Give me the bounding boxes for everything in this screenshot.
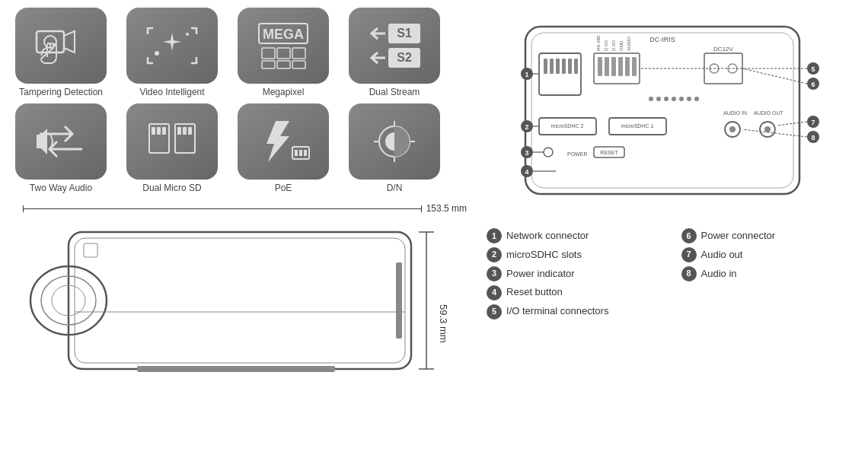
svg-text:1: 1 [525, 71, 528, 78]
megapixel-label: Megapixel [263, 87, 305, 99]
part-8: 8 Audio in [681, 266, 860, 282]
part-5: 5 I/O terminal connectors [487, 304, 665, 320]
dual-stream-label: Dual Stream [369, 87, 420, 99]
part-5-label: I/O terminal connectors [506, 304, 608, 320]
svg-text:DC-IRIS: DC-IRIS [649, 36, 675, 43]
svg-point-94 [764, 126, 771, 132]
svg-text:microSDHC 2: microSDHC 2 [550, 123, 583, 129]
svg-point-3 [186, 33, 189, 36]
tampering-icon [30, 19, 91, 72]
feature-dn: D/N [341, 103, 448, 195]
svg-rect-23 [188, 127, 192, 135]
svg-point-112 [656, 97, 661, 101]
svg-rect-17 [152, 127, 155, 135]
svg-point-111 [649, 97, 653, 101]
poe-label: PoE [275, 183, 292, 195]
svg-rect-9 [262, 61, 275, 68]
part-8-label: Audio in [701, 266, 737, 282]
svg-line-97 [777, 122, 807, 126]
sd-icon-box [126, 103, 218, 180]
part-4-num: 4 [487, 285, 502, 301]
svg-line-81 [742, 68, 807, 84]
part-3: 3 Power indicator [487, 266, 665, 282]
svg-rect-42 [137, 366, 335, 372]
part-5-num: 5 [487, 304, 502, 320]
svg-rect-55 [568, 59, 572, 74]
svg-rect-35 [75, 238, 405, 363]
svg-rect-22 [183, 127, 187, 135]
feature-poe: PoE [230, 103, 337, 195]
svg-rect-11 [292, 61, 305, 68]
svg-point-113 [664, 97, 669, 101]
svg-text:S1: S1 [397, 27, 412, 40]
svg-text:3: 3 [525, 149, 528, 157]
svg-text:AUDIO: AUDIO [627, 37, 631, 51]
right-panel: DC-IRIS 1 RS-485 D I/O D I/O GND [471, 8, 860, 450]
part-3-num: 3 [487, 266, 502, 281]
dual-stream-icon: S1 S2 [364, 19, 425, 72]
svg-rect-56 [574, 59, 578, 74]
left-panel: Tampering Detection [8, 8, 471, 450]
features-grid: Tampering Detection [8, 8, 471, 194]
feature-video: Video Intelligent [119, 8, 225, 99]
svg-point-101 [544, 148, 553, 157]
svg-rect-69 [618, 57, 623, 76]
svg-text:S2: S2 [397, 51, 412, 64]
svg-rect-68 [611, 57, 616, 76]
svg-text:D I/O: D I/O [611, 40, 616, 51]
svg-text:2: 2 [525, 123, 528, 131]
svg-text:AUDIO IN: AUDIO IN [723, 110, 747, 116]
part-7: 7 Audio out [681, 247, 860, 263]
svg-rect-40 [84, 243, 97, 257]
svg-rect-10 [277, 61, 290, 68]
svg-rect-6 [262, 48, 275, 59]
svg-text:RESET: RESET [600, 150, 618, 155]
svg-text:4: 4 [525, 168, 528, 176]
video-icon [142, 19, 203, 72]
feature-dual-stream: S1 S2 Dual Stream [341, 8, 448, 99]
video-icon-box [126, 8, 218, 84]
svg-rect-53 [556, 59, 560, 74]
tampering-icon-box [15, 8, 107, 84]
part-4: 4 Reset button [487, 285, 665, 301]
feature-sd: Dual Micro SD [119, 103, 225, 195]
dn-icon-box [349, 103, 440, 180]
dn-label: D/N [387, 183, 403, 195]
svg-text:microSDHC 1: microSDHC 1 [621, 123, 653, 129]
svg-text:8: 8 [811, 134, 815, 142]
dn-icon [364, 115, 425, 168]
audio-label: Two Way Audio [30, 183, 92, 195]
svg-rect-51 [544, 59, 547, 74]
part-7-num: 7 [681, 247, 697, 262]
svg-rect-27 [304, 150, 307, 156]
svg-point-2 [155, 51, 159, 56]
part-2-label: microSDHC slots [506, 247, 582, 263]
svg-rect-41 [396, 262, 402, 339]
svg-rect-70 [625, 57, 630, 76]
svg-text:AUDIO OUT: AUDIO OUT [754, 110, 784, 116]
svg-text:5: 5 [811, 65, 815, 73]
svg-text:7: 7 [811, 119, 815, 126]
svg-text:D I/O: D I/O [604, 40, 608, 51]
sd-icon [142, 115, 203, 168]
part-1-label: Network connector [506, 228, 589, 244]
poe-icon-box [238, 103, 329, 180]
camera-side-view: 59.3 mm [15, 217, 457, 392]
svg-text:POWER: POWER [567, 151, 587, 157]
camera-top-svg: DC-IRIS 1 RS-485 D I/O D I/O GND [510, 8, 830, 221]
svg-point-116 [687, 97, 691, 101]
svg-rect-7 [277, 48, 290, 59]
svg-point-92 [729, 126, 736, 132]
svg-rect-19 [162, 127, 166, 135]
svg-text:6: 6 [811, 81, 815, 88]
svg-point-115 [679, 97, 684, 101]
tampering-label: Tampering Detection [19, 87, 103, 99]
svg-rect-71 [632, 57, 637, 76]
svg-text:GND: GND [619, 40, 624, 51]
part-1: 1 Network connector [487, 228, 665, 244]
poe-icon [253, 115, 314, 168]
svg-point-117 [694, 97, 699, 101]
feature-megapixel: MEGA Megapixel [230, 8, 337, 99]
mega-icon: MEGA [253, 19, 314, 72]
mega-icon-box: MEGA [238, 8, 329, 84]
